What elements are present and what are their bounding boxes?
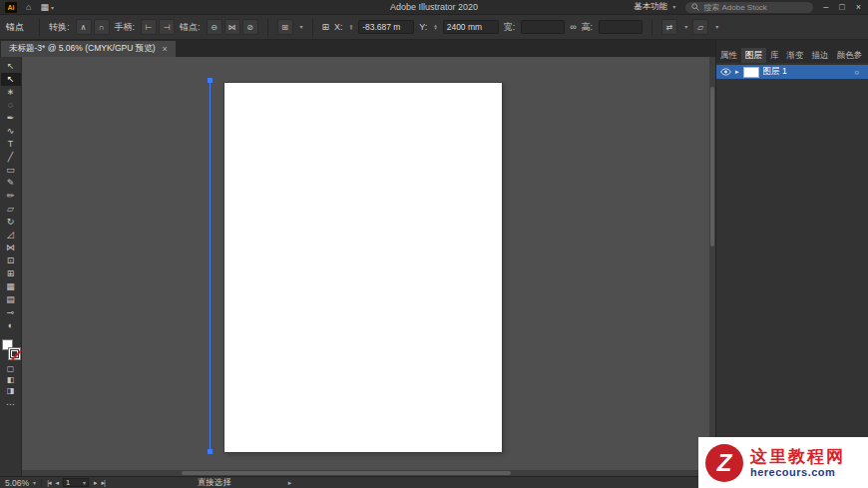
vertical-scrollbar-thumb[interactable] [710, 87, 714, 246]
tab-libraries[interactable]: 库 [766, 48, 783, 63]
convert-smooth-button[interactable]: ∩ [94, 19, 110, 35]
width-tool[interactable]: ⋈ [1, 242, 21, 254]
control-bar: 锚点 转换: ∧∩ 手柄: ⊢⊣ 锚点: ⊖⋈⊘ ⊞ ▾ ⊞ X: ▴▾ -83… [0, 15, 868, 40]
spinner-down-icon[interactable]: ▾ [350, 27, 353, 30]
y-label: Y: [419, 22, 427, 32]
tools-panel: ↖↖∗◌✒∿T╱▭✎✏▱↻◿⋈⊡⊞▦▤⊸◐ ▢◧◨ ⋯ [0, 57, 22, 476]
chevron-down-icon: ▾ [83, 480, 86, 486]
visibility-eye-icon[interactable] [719, 68, 731, 76]
chevron-down-icon: ▾ [300, 24, 303, 30]
close-tab-icon[interactable]: × [163, 44, 168, 54]
watermark-site-url: herecours.com [750, 466, 845, 478]
type-tool[interactable]: T [1, 138, 21, 151]
y-stepper[interactable]: ▴▾ [434, 24, 437, 30]
rotate-tool[interactable]: ↻ [1, 216, 21, 229]
blend-tool[interactable]: ◐ [1, 319, 21, 332]
x-stepper[interactable]: ▴▾ [350, 24, 353, 30]
document-tab[interactable]: 未标题-3* @ 5.06% (CMYK/GPU 预览) × [1, 41, 176, 57]
draw-behind-button[interactable]: ◧ [1, 374, 21, 385]
spinner-down-icon[interactable]: ▾ [434, 27, 437, 30]
curvature-tool[interactable]: ∿ [1, 125, 21, 138]
handles-buttons: ⊢⊣ [141, 19, 175, 35]
line-segment-tool[interactable]: ╱ [1, 151, 21, 164]
handles-hide-button[interactable]: ⊣ [159, 19, 175, 35]
tab-layers[interactable]: 图层 [741, 48, 766, 63]
previous-artboard-button[interactable]: ◂ [55, 479, 58, 487]
eyedropper-tool[interactable]: ⊸ [1, 306, 21, 319]
horizontal-scrollbar[interactable] [22, 470, 715, 476]
illustrator-window: Ai ⌂ ▦▾ Adobe Illustrator 2020 基本功能 ▾ 搜索… [0, 0, 868, 488]
y-input[interactable]: 2400 mm [443, 20, 499, 34]
transform-menu-button[interactable]: ⇄ [661, 19, 677, 35]
mesh-tool[interactable]: ▦ [1, 280, 21, 293]
tab-properties[interactable]: 属性 [716, 48, 741, 63]
edit-toolbar-button[interactable]: ⋯ [6, 399, 15, 409]
pen-tool[interactable]: ✒ [1, 112, 21, 125]
shape-builder-tool[interactable]: ⊞ [1, 267, 21, 280]
width-input[interactable] [521, 20, 565, 34]
horizontal-scrollbar-thumb[interactable] [182, 471, 511, 475]
free-transform-tool[interactable]: ⊡ [1, 254, 21, 267]
layer-target-icon[interactable]: ○ [854, 68, 859, 77]
artboard-number-field[interactable]: 1 ▾ [63, 478, 89, 487]
draw-inside-button[interactable]: ◨ [1, 385, 21, 396]
anchor-cut-button[interactable]: ⊘ [242, 19, 258, 35]
magic-wand-tool[interactable]: ∗ [1, 86, 21, 99]
chevron-down-icon: ▾ [672, 4, 675, 10]
scale-tool[interactable]: ◿ [1, 229, 21, 242]
first-artboard-button[interactable]: |◂ [47, 479, 50, 487]
shaper-tool[interactable]: ✏ [1, 190, 21, 203]
search-icon [691, 3, 699, 11]
height-input[interactable] [599, 20, 643, 34]
gradient-tool[interactable]: ▤ [1, 293, 21, 306]
layer-expand-icon[interactable]: ▸ [735, 68, 739, 76]
watermark: Z 这里教程网 herecours.com [698, 437, 868, 488]
close-button[interactable]: × [856, 2, 861, 12]
fill-stroke-swatches[interactable] [2, 339, 20, 359]
zoom-select[interactable]: 5.06% ▾ [5, 478, 36, 488]
handles-show-button[interactable]: ⊢ [141, 19, 157, 35]
selection-tool[interactable]: ↖ [1, 60, 21, 73]
anchor-point-top[interactable] [208, 78, 213, 83]
home-icon[interactable]: ⌂ [26, 3, 31, 12]
anchor-point-bottom[interactable] [208, 449, 213, 454]
rectangle-tool[interactable]: ▭ [1, 164, 21, 177]
anchor-connect-button[interactable]: ⋈ [224, 19, 240, 35]
tab-stroke[interactable]: 描边 [808, 48, 833, 63]
layer-name[interactable]: 图层 1 [763, 66, 851, 78]
next-artboard-button[interactable]: ▸ [94, 479, 97, 487]
convert-label: 转换: [49, 21, 70, 34]
vertical-scrollbar[interactable] [709, 57, 715, 470]
layer-thumbnail[interactable] [743, 67, 759, 78]
direct-selection-tool[interactable]: ↖ [1, 73, 21, 86]
eraser-tool[interactable]: ▱ [1, 203, 21, 216]
draw-normal-button[interactable]: ▢ [1, 363, 21, 374]
workspace-label: 基本功能 [634, 1, 667, 13]
convert-buttons: ∧∩ [76, 19, 110, 35]
reference-point-icon[interactable]: ⊞ [322, 23, 330, 32]
anchor-delete-button[interactable]: ⊖ [207, 19, 222, 35]
grid-options-button[interactable]: ⊞ [277, 19, 293, 35]
paintbrush-tool[interactable]: ✎ [1, 177, 21, 190]
artboard[interactable] [224, 83, 502, 452]
workspace-switcher-button[interactable]: 基本功能 ▾ [634, 1, 675, 13]
lasso-tool[interactable]: ◌ [1, 99, 21, 112]
status-flyout-icon[interactable]: ▸ [288, 479, 292, 487]
arrange-documents-button[interactable]: ▦▾ [40, 3, 54, 12]
search-input[interactable]: 搜索 Adobe Stock [685, 2, 813, 13]
canvas[interactable] [22, 57, 715, 476]
tab-color-guide[interactable]: 颜色参 [833, 48, 867, 63]
minimize-button[interactable]: – [823, 2, 828, 12]
watermark-site-name: 这里教程网 [750, 447, 845, 467]
tab-gradient[interactable]: 渐变 [783, 48, 808, 63]
constrain-proportions-icon[interactable]: ∞ [570, 23, 576, 32]
restore-button[interactable]: □ [839, 2, 844, 12]
convert-corner-button[interactable]: ∧ [76, 19, 92, 35]
layer-row[interactable]: ▸ 图层 1 ○ [716, 65, 868, 79]
anchor-buttons: ⊖⋈⊘ [207, 19, 258, 35]
x-input[interactable]: -83.687 m [358, 20, 414, 34]
shape-properties-button[interactable]: ▱ [692, 19, 708, 35]
stroke-swatch[interactable] [9, 348, 20, 359]
selected-path[interactable] [210, 80, 211, 451]
last-artboard-button[interactable]: ▸| [102, 479, 105, 487]
